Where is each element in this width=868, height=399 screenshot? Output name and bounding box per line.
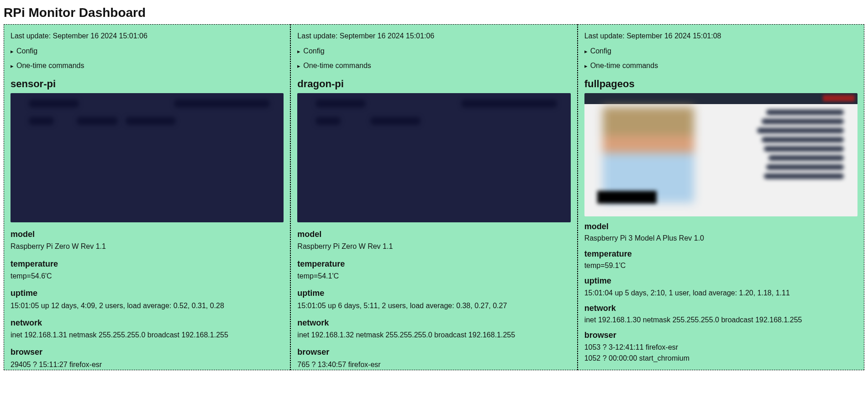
network-value: inet 192.168.1.30 netmask 255.255.255.0 … [584,315,857,325]
config-summary[interactable]: Config [584,44,857,58]
device-cards-grid: Last update: September 16 2024 15:01:06 … [4,24,864,370]
uptime-label: uptime [584,275,857,287]
temperature-label: temperature [584,248,857,260]
device-screenshot [584,93,857,216]
browser-label: browser [11,346,284,358]
last-update: Last update: September 16 2024 15:01:06 [11,31,284,41]
model-value: Raspberry Pi Zero W Rev 1.1 [11,242,284,252]
one-time-commands-summary[interactable]: One-time commands [297,59,570,73]
config-toggle[interactable]: Config [297,44,570,58]
model-value: Raspberry Pi Zero W Rev 1.1 [297,242,570,252]
device-screenshot [297,93,570,222]
last-update: Last update: September 16 2024 15:01:06 [297,31,570,41]
uptime-value: 15:01:04 up 5 days, 2:10, 1 user, load a… [584,288,857,298]
one-time-commands-summary[interactable]: One-time commands [584,59,857,73]
browser-label: browser [297,346,570,358]
device-screenshot [11,93,284,222]
config-summary[interactable]: Config [11,44,284,58]
model-label: model [584,221,857,232]
network-value: inet 192.168.1.32 netmask 255.255.255.0 … [297,330,570,340]
temperature-label: temperature [11,258,284,270]
uptime-value: 15:01:05 up 6 days, 5:11, 2 users, load … [297,301,570,311]
device-card-dragon-pi: Last update: September 16 2024 15:01:06 … [290,24,577,370]
network-label: network [11,317,284,329]
config-summary[interactable]: Config [297,44,570,58]
device-card-fullpageos: Last update: September 16 2024 15:01:08 … [578,24,864,370]
one-time-commands-toggle[interactable]: One-time commands [297,59,570,73]
model-value: Raspberry Pi 3 Model A Plus Rev 1.0 [584,233,857,243]
temperature-value: temp=54.1'C [297,271,570,281]
last-update-value: September 16 2024 15:01:06 [340,32,434,40]
network-label: network [297,317,570,329]
browser-value: 765 ? 13:40:57 firefox-esr [297,360,570,370]
one-time-commands-toggle[interactable]: One-time commands [584,59,857,73]
device-card-sensor-pi: Last update: September 16 2024 15:01:06 … [4,24,290,370]
temperature-label: temperature [297,258,570,270]
config-toggle[interactable]: Config [11,44,284,58]
network-value: inet 192.168.1.31 netmask 255.255.255.0 … [11,330,284,340]
one-time-commands-toggle[interactable]: One-time commands [11,59,284,73]
uptime-label: uptime [11,288,284,299]
browser-value: 29405 ? 15:11:27 firefox-esr [11,360,284,370]
last-update-value: September 16 2024 15:01:06 [53,32,147,40]
network-label: network [584,303,857,314]
last-update: Last update: September 16 2024 15:01:08 [584,31,857,41]
browser-label: browser [584,330,857,341]
browser-value: 1053 ? 3-12:41:11 firefox-esr [584,342,857,352]
last-update-prefix: Last update: [11,32,53,40]
temperature-value: temp=54.6'C [11,271,284,281]
device-name: fullpageos [584,77,857,91]
last-update-prefix: Last update: [297,32,340,40]
model-label: model [297,229,570,240]
page-title: RPi Monitor Dashboard [4,4,864,21]
device-name: dragon-pi [297,77,570,91]
uptime-label: uptime [297,288,570,299]
last-update-value: September 16 2024 15:01:08 [626,32,721,40]
uptime-value: 15:01:05 up 12 days, 4:09, 2 users, load… [11,301,284,311]
temperature-value: temp=59.1'C [584,261,857,271]
one-time-commands-summary[interactable]: One-time commands [11,59,284,73]
last-update-prefix: Last update: [584,32,627,40]
browser-value-2: 1052 ? 00:00:00 start_chromium [584,353,857,363]
config-toggle[interactable]: Config [584,44,857,58]
device-name: sensor-pi [11,77,284,91]
model-label: model [11,229,284,240]
